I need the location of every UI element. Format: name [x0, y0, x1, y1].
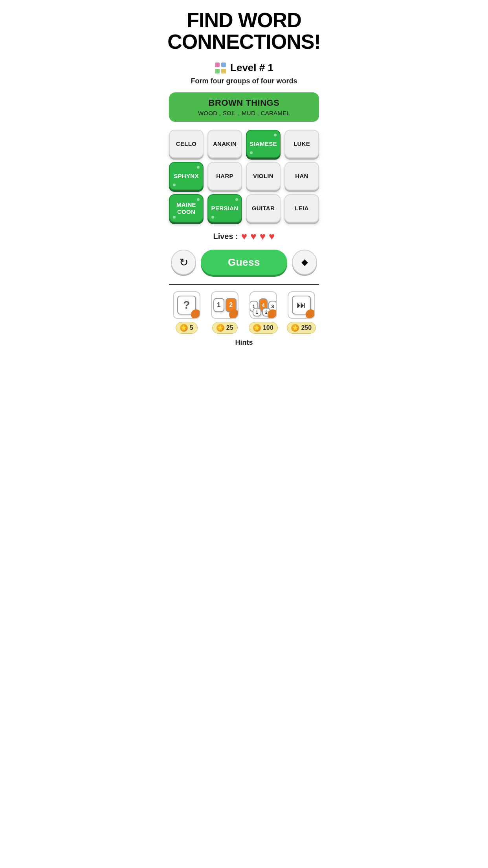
level-row: Level # 1 [215, 62, 273, 74]
word-tile-7[interactable]: HAN [284, 162, 319, 190]
hint-item-swap12[interactable]: 1 2 ⭐ 25 [207, 291, 243, 334]
word-tile-2[interactable]: SIAMESE [246, 130, 281, 158]
question-mark-icon: ? [183, 299, 190, 311]
page-title: FIND WORD CONNECTIONS! [167, 9, 321, 52]
shuffle-icon: ↻ [179, 256, 188, 269]
cost-text-2: 25 [226, 324, 233, 331]
hint-play-icon-wrapper: ⏭ [288, 291, 315, 319]
hint-orange-badge-4 [306, 309, 315, 319]
action-row: ↻ Guess ◆ [169, 250, 319, 275]
hint-orange-badge-2 [229, 309, 238, 319]
hint-cost-2: ⭐ 25 [212, 322, 238, 334]
card-1: 1 [213, 298, 224, 312]
svg-rect-2 [215, 69, 220, 74]
hint-cost-3: ⭐ 100 [249, 322, 278, 334]
grid-icon [215, 62, 226, 74]
cost-text-4: 250 [301, 324, 312, 331]
svg-rect-3 [221, 69, 226, 74]
hint-orange-badge-1 [191, 309, 200, 319]
hint-item-play[interactable]: ⏭ ⭐ 250 [284, 291, 319, 334]
hint-play-icon: ⏭ [288, 291, 315, 319]
hint-item-question[interactable]: ? ⭐ 5 [169, 291, 204, 334]
subtitle: Form four groups of four words [191, 77, 297, 85]
cost-text-3: 100 [263, 324, 273, 331]
revealed-group-words: WOOD , SOIL , MUD , CARAMEL [177, 110, 311, 116]
word-tile-0[interactable]: CELLO [169, 130, 204, 158]
heart-3: ♥ [260, 230, 266, 243]
hint-item-swap123[interactable]: 1 4 3 1 [246, 291, 281, 334]
lives-label: Lives : [213, 232, 238, 241]
heart-2: ♥ [250, 230, 256, 243]
word-tile-5[interactable]: HARP [207, 162, 242, 190]
erase-icon: ◆ [301, 257, 308, 267]
hint-cost-4: ⭐ 250 [287, 322, 316, 334]
level-text: Level # 1 [230, 62, 273, 74]
shuffle-button[interactable]: ↻ [171, 250, 196, 275]
word-tile-1[interactable]: ANAKIN [207, 130, 242, 158]
heart-4: ♥ [269, 230, 275, 243]
erase-button[interactable]: ◆ [292, 250, 317, 275]
card-num-1b: 1 [253, 308, 261, 316]
word-tile-4[interactable]: SPHYNX [169, 162, 204, 190]
hint-swap123-icon: 1 4 3 1 [250, 291, 277, 319]
heart-1: ♥ [241, 230, 247, 243]
hint-cost-1: ⭐ 5 [176, 322, 198, 334]
revealed-group-title: BROWN THINGS [177, 98, 311, 108]
word-tile-3[interactable]: LUKE [284, 130, 319, 158]
hints-grid: ? ⭐ 5 1 [169, 291, 319, 334]
word-grid: CELLOANAKINSIAMESELUKESPHYNXHARPVIOLINHA… [169, 130, 319, 223]
word-tile-11[interactable]: LEIA [284, 194, 319, 223]
hint-swap12-icon-wrapper: 1 2 [211, 291, 238, 319]
hints-label: Hints [169, 338, 319, 347]
coin-icon-1: ⭐ [180, 324, 188, 332]
hint-orange-badge-3 [268, 309, 277, 319]
guess-button[interactable]: Guess [201, 250, 287, 275]
hint-question-icon: ? [173, 291, 200, 319]
play-icon: ⏭ [297, 300, 306, 311]
coin-icon-2: ⭐ [216, 324, 224, 332]
word-tile-10[interactable]: GUITAR [246, 194, 281, 223]
word-tile-9[interactable]: PERSIAN [207, 194, 242, 223]
coin-icon-3: ⭐ [253, 324, 261, 332]
lives-row: Lives : ♥ ♥ ♥ ♥ [213, 230, 275, 243]
hint-question-icon-wrapper: ? [173, 291, 200, 319]
coin-icon-4: ⭐ [291, 324, 299, 332]
hint-swap123-icon-wrapper: 1 4 3 1 [250, 291, 277, 319]
cost-text-1: 5 [190, 324, 193, 331]
revealed-group: BROWN THINGS WOOD , SOIL , MUD , CARAMEL [169, 92, 319, 122]
word-tile-8[interactable]: MAINE COON [169, 194, 204, 223]
hints-section: ? ⭐ 5 1 [169, 284, 319, 347]
hint-swap12-icon: 1 2 [211, 291, 238, 319]
svg-rect-1 [221, 63, 226, 67]
word-tile-6[interactable]: VIOLIN [246, 162, 281, 190]
svg-rect-0 [215, 63, 220, 67]
